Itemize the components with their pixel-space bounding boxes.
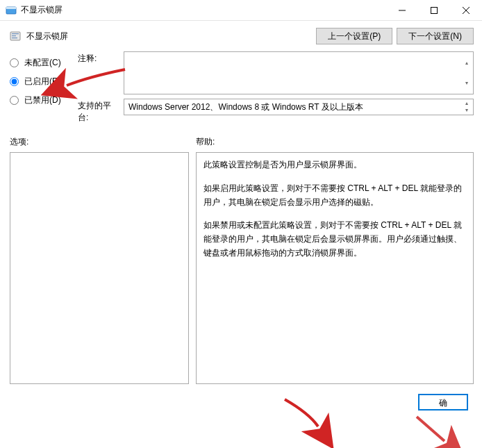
help-paragraph: 此策略设置控制是否为用户显示锁屏界面。 bbox=[203, 158, 466, 172]
ok-button[interactable]: 确 bbox=[418, 394, 468, 410]
lower-panes: 此策略设置控制是否为用户显示锁屏界面。 如果启用此策略设置，则对于不需要按 CT… bbox=[0, 152, 482, 384]
help-paragraph: 如果禁用或未配置此策略设置，则对于不需要按 CTRL + ALT + DEL 就… bbox=[203, 219, 466, 260]
app-icon bbox=[6, 5, 17, 16]
svg-rect-3 bbox=[431, 8, 438, 14]
radio-enabled-label: 已启用(E) bbox=[24, 76, 60, 88]
chevron-up-icon[interactable]: ▴ bbox=[461, 53, 472, 73]
comment-box: ▴ ▾ bbox=[124, 51, 474, 94]
radio-disabled[interactable]: 已禁用(D) bbox=[10, 94, 72, 106]
supported-scroll[interactable]: ▴ ▾ bbox=[461, 100, 472, 114]
policy-icon bbox=[10, 31, 21, 42]
chevron-down-icon[interactable]: ▾ bbox=[461, 73, 472, 93]
radio-enabled[interactable]: 已启用(E) bbox=[10, 76, 72, 88]
help-paragraph: 如果启用此策略设置，则对于不需要按 CTRL + ALT + DEL 就能登录的… bbox=[203, 182, 466, 210]
svg-rect-1 bbox=[6, 7, 16, 9]
window-controls bbox=[386, 0, 482, 21]
radio-not-configured-label: 未配置(C) bbox=[24, 57, 61, 69]
svg-rect-9 bbox=[12, 38, 17, 38]
comment-scroll[interactable]: ▴ ▾ bbox=[461, 53, 472, 93]
mid-labels: 选项: 帮助: bbox=[0, 124, 482, 152]
supported-label: 支持的平台: bbox=[78, 99, 119, 124]
supported-box: Windows Server 2012、Windows 8 或 Windows … bbox=[124, 99, 474, 115]
options-pane bbox=[10, 152, 189, 384]
radio-disabled-label: 已禁用(D) bbox=[24, 94, 61, 106]
state-radio-group: 未配置(C) 已启用(E) 已禁用(D) bbox=[10, 51, 72, 106]
next-setting-button[interactable]: 下一个设置(N) bbox=[397, 28, 474, 44]
maximize-button[interactable] bbox=[418, 0, 450, 21]
supported-value: Windows Server 2012、Windows 8 或 Windows … bbox=[128, 101, 363, 113]
radio-enabled-input[interactable] bbox=[10, 77, 19, 86]
window-title: 不显示锁屏 bbox=[21, 4, 63, 16]
titlebar: 不显示锁屏 bbox=[0, 0, 482, 21]
svg-rect-7 bbox=[12, 33, 19, 34]
comment-textarea[interactable] bbox=[124, 52, 473, 94]
radio-disabled-input[interactable] bbox=[10, 96, 19, 105]
previous-setting-button[interactable]: 上一个设置(P) bbox=[316, 28, 392, 44]
minimize-button[interactable] bbox=[386, 0, 418, 21]
header: 不显示锁屏 上一个设置(P) 下一个设置(N) bbox=[0, 21, 482, 49]
bottom-bar: 确 bbox=[0, 384, 482, 410]
policy-title: 不显示锁屏 bbox=[26, 31, 316, 42]
help-pane: 此策略设置控制是否为用户显示锁屏界面。 如果启用此策略设置，则对于不需要按 CT… bbox=[196, 152, 474, 384]
svg-rect-8 bbox=[12, 35, 16, 36]
radio-not-configured-input[interactable] bbox=[10, 58, 19, 67]
comment-label: 注释: bbox=[78, 51, 119, 65]
close-button[interactable] bbox=[450, 0, 482, 21]
chevron-down-icon[interactable]: ▾ bbox=[461, 107, 472, 114]
options-label: 选项: bbox=[10, 136, 196, 148]
chevron-up-icon[interactable]: ▴ bbox=[461, 100, 472, 107]
radio-not-configured[interactable]: 未配置(C) bbox=[10, 57, 72, 69]
config-area: 未配置(C) 已启用(E) 已禁用(D) 注释: ▴ ▾ 支持的平台: Win bbox=[0, 49, 482, 124]
annotation-arrow-icon bbox=[417, 417, 444, 441]
help-label: 帮助: bbox=[196, 136, 474, 148]
